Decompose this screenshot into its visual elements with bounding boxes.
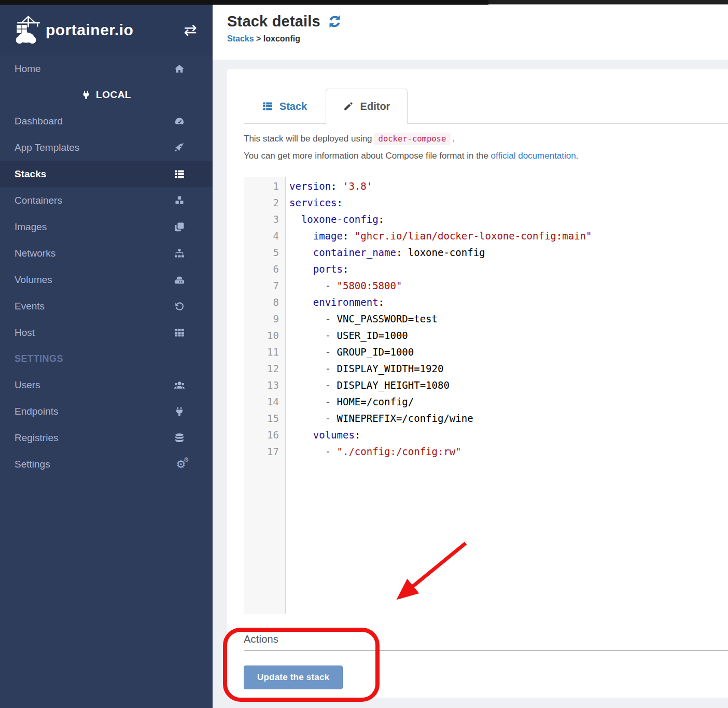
endpoint-header-local: LOCAL (0, 82, 213, 108)
tab-label: Editor (360, 101, 390, 112)
home-icon (174, 64, 188, 74)
code-line: - USER_ID=1000 (289, 327, 700, 344)
line-number: 15 (244, 410, 285, 427)
line-number: 9 (244, 310, 285, 327)
line-number: 13 (244, 377, 285, 393)
pencil-icon (343, 101, 354, 112)
dashboard-icon (174, 116, 188, 126)
sidebar-item-label: App Templates (15, 142, 79, 153)
line-number: 12 (244, 360, 285, 377)
stacks-icon (174, 169, 188, 179)
portainer-whale-logo-icon (12, 15, 45, 45)
code-line: - VNC_PASSWORD=test (289, 310, 700, 327)
sidebar-item-label: Events (15, 301, 45, 312)
actions-section: Actions Update the stack (244, 633, 728, 689)
browser-top-bar (0, 0, 728, 5)
line-number: 14 (244, 393, 285, 410)
page-title: Stack details (227, 13, 320, 30)
line-number: 3 (244, 211, 285, 228)
sidebar-item-label: Networks (15, 248, 55, 259)
code-line: volumes: (289, 427, 700, 443)
code-line: - WINEPREFIX=/config/wine (289, 410, 700, 427)
refresh-icon[interactable] (328, 15, 342, 29)
sidebar-item-registries[interactable]: Registries (0, 424, 213, 451)
sidebar-nav: Home LOCAL DashboardApp TemplatesStacksC… (0, 55, 213, 477)
code-line: ports: (289, 261, 700, 277)
breadcrumb-current: loxconfig (263, 34, 300, 43)
host-icon (174, 328, 188, 338)
breadcrumb: Stacks > loxconfig (227, 34, 728, 44)
compose-info-text: You can get more information about Compo… (244, 151, 728, 161)
volumes-icon (174, 275, 188, 285)
editor-code: version: '3.8'services: loxone-config: i… (286, 177, 700, 614)
sidebar-item-volumes[interactable]: Volumes (0, 266, 213, 293)
line-number: 5 (244, 244, 285, 261)
sidebar-item-label: Host (15, 327, 35, 338)
endpoint-name: LOCAL (96, 89, 131, 101)
top-bar-segment (488, 0, 728, 5)
docker-compose-chip: docker-compose (374, 133, 451, 145)
code-line: environment: (289, 294, 700, 310)
line-number: 8 (244, 294, 285, 310)
sidebar-item-home[interactable]: Home (0, 55, 213, 82)
users-icon (174, 380, 188, 390)
sidebar-toggle-exchange-icon[interactable]: ⇄ (184, 22, 197, 38)
rocket-icon (174, 143, 188, 153)
sidebar-item-label: Containers (15, 195, 62, 206)
sidebar-item-stacks[interactable]: Stacks (0, 161, 213, 187)
code-line: container_name: loxone-config (289, 244, 700, 261)
code-line: - DISPLAY_HEIGHT=1080 (289, 377, 700, 393)
code-line: image: "ghcr.io/lian/docker-loxone-confi… (289, 228, 700, 244)
editor-gutter: 1234567891011121314151617 (244, 177, 286, 614)
plug-icon (81, 90, 91, 100)
sidebar-item-label: Users (15, 379, 40, 391)
line-number: 11 (244, 344, 285, 360)
line-number: 7 (244, 277, 285, 294)
official-documentation-link[interactable]: official documentation (491, 151, 576, 161)
sidebar-item-host[interactable]: Host (0, 319, 213, 346)
containers-icon (174, 195, 188, 206)
sidebar-item-label: Home (15, 63, 41, 75)
sidebar-item-networks[interactable]: Networks (0, 240, 213, 266)
sidebar-item-label: Endpoints (15, 406, 59, 417)
networks-icon (174, 248, 188, 259)
sidebar: portainer.io ⇄ Home LOCAL DashboardApp T… (0, 5, 213, 708)
line-number: 1 (244, 178, 285, 194)
sidebar-item-dashboard[interactable]: Dashboard (0, 108, 213, 134)
deploy-info-text: This stack will be deployed usingdocker-… (244, 134, 728, 144)
database-icon (174, 433, 188, 443)
tab-label: Stack (279, 101, 307, 112)
update-stack-button[interactable]: Update the stack (244, 665, 343, 689)
sidebar-item-label: Dashboard (15, 116, 63, 127)
tab-editor[interactable]: Editor (326, 89, 408, 124)
line-number: 17 (244, 443, 285, 460)
code-line: - "5800:5800" (289, 277, 700, 294)
code-line: - GROUP_ID=1000 (289, 344, 700, 360)
sidebar-item-label: Stacks (15, 168, 46, 180)
breadcrumb-link-stacks[interactable]: Stacks (227, 34, 254, 43)
sidebar-item-label: Registries (15, 432, 58, 444)
sidebar-section-settings: SETTINGS (0, 346, 213, 372)
sidebar-item-app-templates[interactable]: App Templates (0, 134, 213, 161)
tab-stack[interactable]: Stack (244, 89, 326, 124)
stack-details-panel: Stack Editor This stack will be deployed… (227, 69, 728, 698)
actions-heading: Actions (244, 633, 728, 645)
cogs-icon: ⚙⚙ (174, 458, 188, 471)
compose-code-editor[interactable]: 1234567891011121314151617 version: '3.8'… (244, 177, 700, 614)
sidebar-item-users[interactable]: Users (0, 372, 213, 398)
code-line: - "./config:/config:rw" (289, 443, 700, 460)
line-number: 2 (244, 194, 285, 211)
sidebar-item-images[interactable]: Images (0, 214, 213, 240)
code-line: - HOME=/config/ (289, 393, 700, 410)
sidebar-item-containers[interactable]: Containers (0, 187, 213, 214)
images-icon (174, 222, 188, 232)
actions-divider (244, 650, 728, 650)
sidebar-item-endpoints[interactable]: Endpoints (0, 398, 213, 424)
plug-icon (174, 406, 188, 417)
sidebar-item-label: Settings (15, 459, 50, 470)
sidebar-settings-menu: UsersEndpointsRegistriesSettings⚙⚙ (0, 372, 213, 477)
sidebar-item-settings[interactable]: Settings⚙⚙ (0, 451, 213, 477)
code-line: - DISPLAY_WIDTH=1920 (289, 360, 700, 377)
main-content: Stack details Stacks > loxconfig Stack (213, 5, 728, 708)
sidebar-item-events[interactable]: Events (0, 293, 213, 319)
